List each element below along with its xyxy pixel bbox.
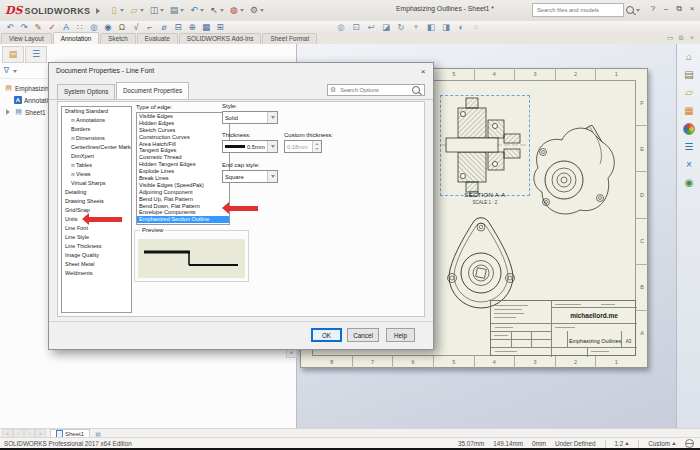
redo-icon[interactable]: ↷: [17, 22, 31, 33]
datum-feature-icon[interactable]: ⊟: [171, 22, 185, 33]
3d-drawing-view-icon[interactable]: ◧: [424, 22, 438, 33]
status-y: 149.14mm: [493, 440, 523, 447]
status-units[interactable]: Custom: [648, 440, 676, 447]
file-search-input[interactable]: [535, 6, 609, 14]
window-controls: ?–⧉×: [647, 2, 698, 16]
display-style-icon[interactable]: ◐: [454, 22, 468, 33]
file-explorer-icon[interactable]: ▱: [682, 86, 697, 99]
rotate-view-icon[interactable]: ↻: [394, 22, 408, 33]
status-scale[interactable]: 1:2: [615, 440, 630, 447]
undo-icon[interactable]: ↶: [187, 4, 206, 18]
xpress-products-icon[interactable]: ×: [682, 158, 697, 171]
help-button[interactable]: Help: [386, 328, 415, 342]
search-options-gear-icon: ⚙: [330, 86, 336, 94]
home-icon[interactable]: ⌂: [682, 50, 697, 63]
pan-icon[interactable]: +: [409, 22, 423, 33]
type-of-edge-list: Visible EdgesHidden EdgesSketch CurvesCo…: [136, 112, 230, 225]
format-painter-icon[interactable]: ✎: [31, 22, 45, 33]
style-dropdown-icon[interactable]: [267, 112, 277, 123]
file-search-box[interactable]: [532, 3, 624, 17]
undo-icon[interactable]: ↶: [3, 22, 17, 33]
selected-view-outline[interactable]: [440, 95, 530, 196]
help-icon[interactable]: ?: [647, 2, 659, 16]
zoom-to-fit-icon[interactable]: ◎: [334, 22, 348, 33]
globe-icon[interactable]: [685, 439, 694, 448]
title-bar: DS SOLIDWORKS ▯▱◫▤↶↖◍⚙ Emphasizing Outli…: [0, 0, 700, 22]
save-icon[interactable]: ◫: [147, 4, 166, 18]
expand-caret-icon[interactable]: [6, 109, 10, 115]
view-palette-icon[interactable]: ▦: [682, 104, 697, 117]
magnifier-icon[interactable]: ◉: [101, 22, 115, 33]
filter-dropdown-icon[interactable]: [13, 70, 17, 73]
close-doc-icon[interactable]: ×: [687, 34, 697, 43]
note-icon[interactable]: A: [59, 22, 73, 33]
custom-thickness-spinner[interactable]: [312, 141, 321, 152]
custom-thickness-field[interactable]: 0.18mm: [284, 140, 322, 153]
search-dropdown-icon[interactable]: [636, 9, 640, 12]
toolbar-flyout-icon[interactable]: [96, 8, 100, 14]
featuremanager-tab-icon[interactable]: ▤: [2, 46, 24, 63]
preview-label: Preview: [140, 227, 165, 233]
section-view-label: SECTION A-A: [430, 192, 540, 198]
3ds-logo-icon: DS: [5, 4, 22, 17]
rebuild-traffic-light-icon[interactable]: ◍: [227, 4, 246, 18]
print-icon[interactable]: ▤: [167, 4, 186, 18]
resources-icon[interactable]: ◉: [682, 176, 697, 189]
tab-document-properties[interactable]: Document Properties: [116, 82, 189, 99]
end-cap-style-select[interactable]: Square: [222, 170, 278, 183]
minimize-window-icon[interactable]: –: [660, 2, 672, 16]
zoom-to-area-icon[interactable]: ⊡: [349, 22, 363, 33]
search-magnifier-icon[interactable]: [626, 6, 634, 14]
spell-checker-icon[interactable]: ✓: [45, 22, 59, 33]
open-icon[interactable]: ▱: [127, 4, 146, 18]
search-options-input[interactable]: [338, 86, 410, 94]
preview-group: Preview: [134, 230, 249, 282]
hide-show-icon[interactable]: ○: [469, 22, 483, 33]
surface-finish-icon[interactable]: √: [129, 22, 143, 33]
select-icon[interactable]: ↖: [207, 4, 226, 18]
filter-funnel-icon[interactable]: ∇: [0, 64, 13, 78]
dialog-title-bar[interactable]: Document Properties - Line Font ×: [49, 63, 433, 79]
dialog-close-icon[interactable]: ×: [417, 65, 429, 77]
minimize-doc-icon[interactable]: ▭: [665, 34, 675, 43]
balloon-icon[interactable]: Ω: [115, 22, 129, 33]
document-window-controls: ▭⧉×: [665, 34, 697, 43]
tables-icon[interactable]: ⊞: [213, 22, 227, 33]
linear-note-pattern-icon[interactable]: ∷: [73, 22, 87, 33]
hole-callout-icon[interactable]: ⌀: [157, 22, 171, 33]
thickness-dropdown-icon[interactable]: [267, 141, 277, 152]
custom-properties-icon[interactable]: ☰: [682, 140, 697, 153]
thickness-select[interactable]: 0.5mm: [222, 140, 278, 153]
heads-up-view-toolbar: ◎⊡↩◪↻+◧◨◐○: [334, 22, 483, 33]
weld-symbol-icon[interactable]: ⌐: [143, 22, 157, 33]
thickness-line-sample: [225, 145, 245, 148]
appearances-icon[interactable]: [682, 122, 697, 135]
ok-button[interactable]: OK: [311, 328, 342, 342]
panel-tabs: ▤☰: [2, 46, 47, 63]
search-options-box[interactable]: ⚙: [327, 84, 425, 96]
design-library-icon[interactable]: ▤: [682, 68, 697, 81]
solidworks-logo: DS SOLIDWORKS: [5, 4, 90, 17]
tab-system-options[interactable]: System Options: [57, 84, 115, 99]
options-gear-icon[interactable]: ⚙: [247, 4, 266, 18]
previous-view-icon[interactable]: ↩: [364, 22, 378, 33]
quick-access-toolbar: ▯▱◫▤↶↖◍⚙: [107, 4, 266, 18]
task-pane-icons: ⌂▤▱▦☰×◉: [677, 50, 700, 189]
end-cap-style-label: End cap style:: [222, 162, 260, 168]
cancel-button[interactable]: Cancel: [347, 328, 379, 342]
zoom-icon[interactable]: ◎: [87, 22, 101, 33]
section-scale-label: SCALE 1 : 2: [430, 200, 540, 205]
section-view-icon[interactable]: ◪: [379, 22, 393, 33]
restore-doc-icon[interactable]: ⧉: [676, 34, 686, 43]
style-select[interactable]: Solid: [222, 111, 278, 124]
style-label: Style:: [222, 103, 237, 109]
end-cap-dropdown-icon[interactable]: [267, 171, 277, 182]
center-mark-icon[interactable]: ⊕: [185, 22, 199, 33]
close-window-icon[interactable]: ×: [686, 2, 698, 16]
restore-window-icon[interactable]: ⧉: [673, 2, 685, 16]
new-document-icon[interactable]: ▯: [107, 4, 126, 18]
propertymanager-tab-icon[interactable]: ☰: [25, 46, 47, 63]
window-title: Emphasizing Outlines - Sheet1 *: [355, 5, 535, 12]
view-orientation-icon[interactable]: ◨: [439, 22, 453, 33]
area-hatch-icon[interactable]: ▦: [199, 22, 213, 33]
